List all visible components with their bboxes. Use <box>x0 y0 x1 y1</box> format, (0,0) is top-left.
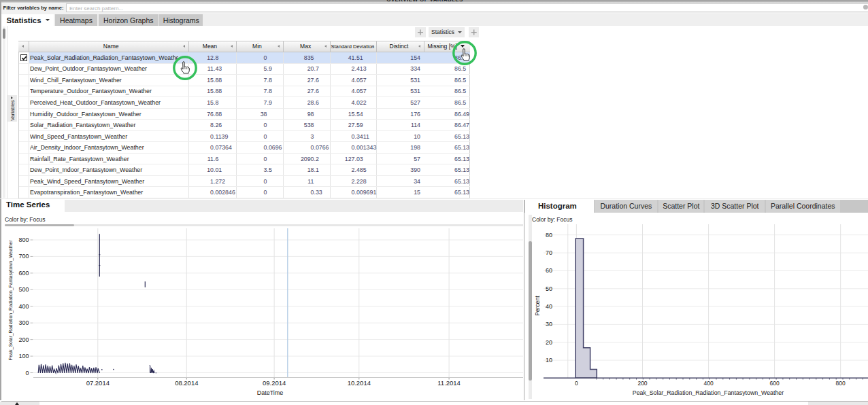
svg-text:500: 500 <box>18 286 29 293</box>
svg-text:700: 700 <box>18 253 29 260</box>
svg-text:Peak_Solar_Radiation_Radiation: Peak_Solar_Radiation_Radiation_Fantasyto… <box>633 389 784 396</box>
svg-text:DateTime: DateTime <box>257 389 284 396</box>
svg-text:200: 200 <box>637 380 647 387</box>
svg-text:08.2014: 08.2014 <box>175 379 198 387</box>
svg-text:10.2014: 10.2014 <box>348 379 371 387</box>
svg-text:0: 0 <box>25 370 29 376</box>
svg-text:800: 800 <box>836 380 846 387</box>
svg-text:30: 30 <box>546 321 552 328</box>
svg-text:40: 40 <box>546 303 552 310</box>
svg-text:Percent: Percent <box>534 296 541 316</box>
svg-text:20: 20 <box>546 339 552 346</box>
svg-text:800: 800 <box>18 236 29 243</box>
svg-text:70: 70 <box>546 249 552 256</box>
svg-text:600: 600 <box>18 270 29 277</box>
svg-text:100: 100 <box>18 353 29 359</box>
svg-text:07.2014: 07.2014 <box>86 379 110 387</box>
svg-text:200: 200 <box>18 336 29 343</box>
svg-text:600: 600 <box>770 380 780 387</box>
svg-text:400: 400 <box>18 303 29 310</box>
svg-text:0: 0 <box>575 380 578 387</box>
svg-text:60: 60 <box>546 267 552 274</box>
svg-text:400: 400 <box>704 380 714 387</box>
svg-text:11.2014: 11.2014 <box>437 379 461 387</box>
svg-text:09.2014: 09.2014 <box>263 379 286 387</box>
svg-text:50: 50 <box>546 285 552 292</box>
svg-text:Peak_Solar_Radiation_Radiation: Peak_Solar_Radiation_Radiation_Fantasyto… <box>8 240 14 361</box>
svg-text:300: 300 <box>18 319 29 326</box>
svg-text:80: 80 <box>546 232 552 239</box>
svg-text:10: 10 <box>546 357 552 364</box>
